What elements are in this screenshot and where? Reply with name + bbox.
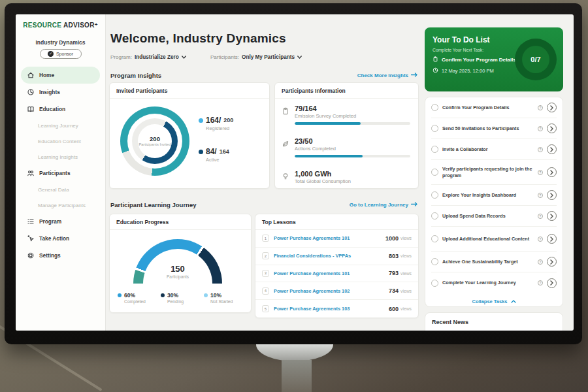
filters-row: Program: Industrialize Zero Participants…: [110, 54, 420, 62]
info-icon[interactable]: ?: [538, 280, 543, 286]
todo-subtitle: Complete Your Next Task:: [433, 48, 483, 52]
sidebar-item-learning-journey[interactable]: Learning Journey: [16, 118, 105, 133]
sidebar-item-program[interactable]: Program: [16, 213, 105, 230]
sidebar-item-settings[interactable]: Settings: [16, 247, 105, 264]
donut-center-label: Participants Invited: [139, 142, 171, 147]
sidebar-item-participants[interactable]: Participants: [16, 165, 105, 182]
lesson-link[interactable]: Power Purchase Agreements 101: [274, 235, 385, 241]
action-icon: [27, 235, 35, 242]
invited-participants-card: Invited Participants 200 Participants In…: [109, 82, 270, 189]
gear-icon: [27, 252, 35, 259]
sponsor-badge: ✓ Sponsor: [40, 49, 82, 59]
main-content: Welcome, Industry Dynamics Program: Indu…: [109, 14, 419, 331]
section-title: Program Insights: [110, 72, 161, 79]
task-row: Invite a Collaborator ?: [431, 139, 557, 160]
legend-label: Registered: [206, 125, 233, 131]
participants-dropdown[interactable]: Participants: Only My Participants: [210, 54, 302, 60]
sidebar-item-education-content[interactable]: Education Content: [16, 133, 105, 149]
lesson-link[interactable]: Power Purchase Agreements 101: [274, 270, 389, 276]
task-row: Upload Additional Educational Content ?: [431, 227, 557, 252]
lesson-row: 3 Power Purchase Agreements 101 793 view…: [255, 265, 418, 283]
task-label: Achieve One Sustainability Target: [442, 259, 534, 265]
task-checkbox[interactable]: [431, 258, 438, 265]
sidebar-item-general-data[interactable]: General Data: [16, 182, 105, 197]
sidebar-item-label: Manage Participants: [38, 203, 86, 208]
card-title: Participants Information: [275, 83, 418, 99]
lesson-link[interactable]: Power Purchase Agreements 103: [274, 306, 389, 312]
info-icon[interactable]: ?: [538, 193, 543, 198]
task-label: Upload Spend Data Records: [442, 213, 534, 219]
org-name: Industry Dynamics: [16, 39, 105, 46]
legend-pending: 30% Pending: [161, 292, 204, 304]
legend-value: 84/: [206, 147, 217, 156]
go-to-learning-journey-link[interactable]: Go to Learning Journey: [350, 202, 417, 208]
info-icon[interactable]: ?: [538, 170, 543, 175]
task-row: Explore Your Insights Dashboard ?: [431, 185, 557, 206]
legend-dot: [161, 293, 165, 297]
views-count: 734: [389, 287, 399, 294]
task-checkbox[interactable]: [431, 169, 438, 176]
task-row: Upload Spend Data Records ?: [431, 206, 557, 227]
lesson-row: 5 Power Purchase Agreements 103 600 view…: [255, 300, 418, 318]
legend-dot: [199, 150, 203, 154]
task-open-button[interactable]: [547, 278, 557, 288]
sponsor-icon: ✓: [48, 51, 54, 57]
legend-dot: [118, 293, 122, 297]
participants-information-card: Participants Information 79/164 Emission…: [274, 82, 419, 189]
info-value: 79/164: [295, 105, 418, 112]
progress-bar: [295, 155, 410, 157]
task-open-button[interactable]: [547, 123, 557, 133]
task-checkbox[interactable]: [431, 280, 438, 287]
collapse-tasks-link[interactable]: Collapse Tasks: [431, 293, 557, 307]
rank-badge: 4: [262, 287, 269, 295]
task-open-button[interactable]: [547, 103, 557, 112]
sidebar-item-education[interactable]: Education: [16, 101, 105, 118]
sidebar-item-take-action[interactable]: Take Action: [16, 230, 105, 247]
info-row-consumption: 1,000 GWh Total Global Consumption: [275, 170, 418, 184]
views-count: 793: [389, 270, 399, 276]
task-open-button[interactable]: [547, 257, 557, 267]
sidebar-item-manage-participants[interactable]: Manage Participants: [16, 197, 105, 213]
lesson-link[interactable]: Power Purchase Agreements 102: [274, 288, 389, 294]
task-checkbox[interactable]: [431, 235, 438, 242]
chevron-up-icon: [511, 300, 516, 303]
task-open-button[interactable]: [547, 167, 557, 177]
info-icon[interactable]: ?: [538, 237, 543, 242]
rank-badge: 1: [262, 235, 269, 242]
book-icon: [27, 105, 35, 113]
info-icon[interactable]: ?: [538, 126, 543, 131]
lesson-link[interactable]: Financial Considerations - VPPAs: [274, 253, 389, 259]
info-label: Actions Completed: [295, 146, 418, 152]
sidebar-item-learning-insights[interactable]: Learning Insights: [16, 149, 105, 165]
info-row-actions: 23/50 Actions Completed: [275, 137, 418, 157]
task-open-button[interactable]: [547, 211, 557, 221]
task-open-button[interactable]: [547, 144, 557, 154]
page-title: Welcome, Industry Dynamics: [110, 31, 286, 46]
program-dropdown[interactable]: Program: Industrialize Zero: [110, 54, 186, 60]
info-icon[interactable]: ?: [538, 105, 543, 110]
sidebar-item-label: Home: [39, 72, 54, 78]
task-open-button[interactable]: [547, 190, 557, 200]
views-label: views: [400, 271, 412, 276]
info-icon[interactable]: ?: [538, 147, 543, 152]
info-icon[interactable]: ?: [538, 214, 543, 219]
task-checkbox[interactable]: [431, 125, 438, 132]
todo-title: Your To Do List: [433, 35, 490, 44]
check-more-insights-link[interactable]: Check More Insights: [357, 73, 417, 78]
legend-active: 84/164 Active: [199, 147, 229, 163]
task-checkbox[interactable]: [431, 104, 438, 111]
sidebar-item-insights[interactable]: Insights: [16, 84, 105, 101]
info-value: 1,000 GWh: [295, 170, 418, 178]
sidebar-item-home[interactable]: Home: [21, 67, 100, 84]
card-title: Invited Participants: [110, 83, 269, 99]
task-label: Confirm Your Program Details: [442, 105, 534, 110]
info-icon[interactable]: ?: [538, 259, 543, 265]
sidebar-item-label: General Data: [38, 187, 69, 193]
task-open-button[interactable]: [547, 234, 557, 244]
clipboard-icon: [433, 56, 438, 63]
task-checkbox[interactable]: [431, 212, 438, 220]
task-checkbox[interactable]: [431, 146, 438, 153]
views-label: views: [400, 236, 412, 240]
task-row: Confirm Your Program Details ?: [431, 97, 557, 118]
task-checkbox[interactable]: [431, 191, 438, 199]
